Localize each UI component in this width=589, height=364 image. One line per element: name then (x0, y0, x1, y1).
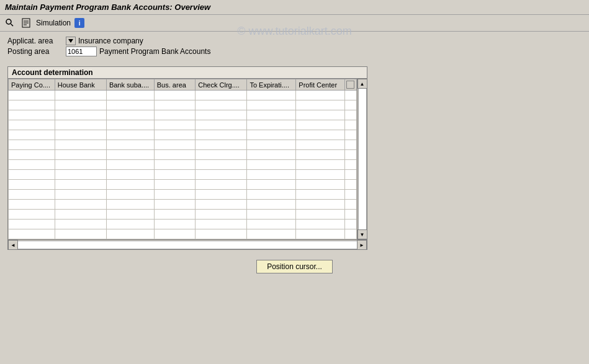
table-cell[interactable] (106, 160, 154, 170)
table-row[interactable] (9, 190, 357, 200)
table-row[interactable] (9, 150, 357, 160)
table-cell[interactable] (106, 210, 154, 220)
table-row[interactable] (9, 140, 357, 150)
document-icon[interactable] (20, 17, 32, 29)
table-cell[interactable] (154, 91, 195, 100)
table-cell[interactable] (247, 210, 296, 220)
table-cell[interactable] (247, 190, 296, 200)
table-cell[interactable] (106, 120, 154, 130)
table-cell[interactable] (296, 160, 345, 170)
table-row[interactable] (9, 210, 357, 220)
table-cell[interactable] (296, 120, 345, 130)
table-cell[interactable] (106, 180, 154, 190)
table-cell[interactable] (296, 140, 345, 150)
table-row[interactable] (9, 170, 357, 180)
table-cell[interactable] (9, 140, 55, 150)
vertical-scrollbar[interactable]: ▲ ▼ (357, 79, 367, 239)
table-cell[interactable] (154, 110, 195, 120)
table-cell[interactable] (55, 110, 106, 120)
table-cell[interactable] (55, 210, 106, 220)
table-cell[interactable] (196, 110, 247, 120)
applic-area-dropdown[interactable] (66, 37, 76, 45)
table-cell[interactable] (154, 150, 195, 160)
table-cell[interactable] (9, 220, 55, 229)
table-cell[interactable] (55, 190, 106, 200)
table-cell[interactable] (296, 210, 345, 220)
search-icon[interactable] (4, 17, 16, 29)
table-cell[interactable] (106, 220, 154, 229)
table-cell[interactable] (196, 120, 247, 130)
table-cell[interactable] (55, 150, 106, 160)
table-cell[interactable] (106, 130, 154, 140)
table-row[interactable] (9, 100, 357, 110)
table-cell[interactable] (106, 229, 154, 239)
horizontal-scrollbar[interactable]: ◄ ► (8, 239, 367, 249)
scroll-left-button[interactable]: ◄ (8, 240, 18, 250)
table-cell[interactable] (247, 100, 296, 110)
table-row[interactable] (9, 160, 357, 170)
table-cell[interactable] (154, 120, 195, 130)
table-cell[interactable] (154, 200, 195, 210)
table-cell[interactable] (296, 190, 345, 200)
table-cell[interactable] (55, 180, 106, 190)
table-cell[interactable] (247, 229, 296, 239)
table-cell[interactable] (196, 91, 247, 100)
table-cell[interactable] (296, 110, 345, 120)
scroll-right-button[interactable]: ► (357, 240, 367, 250)
table-cell[interactable] (9, 190, 55, 200)
table-cell[interactable] (296, 220, 345, 229)
table-cell[interactable] (247, 220, 296, 229)
position-cursor-button[interactable]: Position cursor... (256, 260, 333, 273)
table-cell[interactable] (196, 200, 247, 210)
table-cell[interactable] (154, 220, 195, 229)
table-row[interactable] (9, 120, 357, 130)
table-cell[interactable] (55, 200, 106, 210)
table-cell[interactable] (106, 190, 154, 200)
table-cell[interactable] (55, 91, 106, 100)
table-cell[interactable] (296, 180, 345, 190)
table-cell[interactable] (55, 100, 106, 110)
table-cell[interactable] (196, 220, 247, 229)
table-cell[interactable] (55, 160, 106, 170)
table-cell[interactable] (9, 170, 55, 180)
scroll-down-button[interactable]: ▼ (357, 229, 367, 239)
table-cell[interactable] (296, 150, 345, 160)
table-cell[interactable] (106, 200, 154, 210)
table-cell[interactable] (196, 190, 247, 200)
info-icon[interactable]: i (74, 18, 84, 28)
table-cell[interactable] (9, 91, 55, 100)
table-row[interactable] (9, 180, 357, 190)
table-cell[interactable] (55, 229, 106, 239)
table-cell[interactable] (9, 120, 55, 130)
table-cell[interactable] (154, 229, 195, 239)
table-cell[interactable] (55, 120, 106, 130)
table-row[interactable] (9, 229, 357, 239)
table-cell[interactable] (196, 130, 247, 140)
table-cell[interactable] (296, 100, 345, 110)
table-cell[interactable] (9, 200, 55, 210)
table-cell[interactable] (196, 210, 247, 220)
table-cell[interactable] (154, 130, 195, 140)
table-cell[interactable] (55, 140, 106, 150)
table-cell[interactable] (106, 150, 154, 160)
table-cell[interactable] (154, 180, 195, 190)
table-cell[interactable] (196, 150, 247, 160)
table-cell[interactable] (296, 170, 345, 180)
table-cell[interactable] (9, 110, 55, 120)
table-cell[interactable] (247, 120, 296, 130)
table-cell[interactable] (247, 91, 296, 100)
table-cell[interactable] (9, 100, 55, 110)
table-row[interactable] (9, 220, 357, 229)
table-cell[interactable] (296, 229, 345, 239)
table-cell[interactable] (247, 170, 296, 180)
table-cell[interactable] (196, 180, 247, 190)
table-row[interactable] (9, 200, 357, 210)
table-cell[interactable] (196, 100, 247, 110)
table-cell[interactable] (106, 100, 154, 110)
table-cell[interactable] (154, 170, 195, 180)
table-cell[interactable] (247, 110, 296, 120)
table-cell[interactable] (9, 150, 55, 160)
table-cell[interactable] (247, 130, 296, 140)
table-cell[interactable] (55, 220, 106, 229)
table-cell[interactable] (106, 110, 154, 120)
